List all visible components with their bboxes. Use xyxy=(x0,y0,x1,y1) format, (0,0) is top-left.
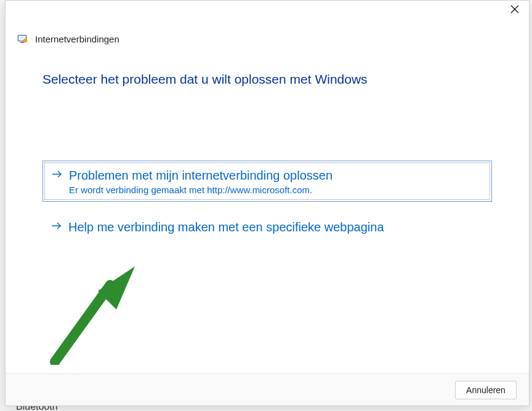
arrow-right-icon xyxy=(52,170,63,181)
wizard-header: Internetverbindingen xyxy=(6,30,529,47)
titlebar xyxy=(6,1,529,30)
option-title: Problemen met mijn internetverbinding op… xyxy=(69,167,332,183)
arrow-right-icon xyxy=(51,221,62,233)
svg-line-5 xyxy=(55,285,110,362)
option-title: Help me verbinding maken met een specifi… xyxy=(68,219,384,235)
option-subtitle: Er wordt verbinding gemaakt met http://w… xyxy=(69,185,332,195)
close-icon xyxy=(510,5,519,16)
option-text: Help me verbinding maken met een specifi… xyxy=(68,219,384,235)
close-button[interactable] xyxy=(501,1,529,20)
option-troubleshoot-internet[interactable]: Problemen met mijn internetverbinding op… xyxy=(42,161,492,202)
option-specific-webpage[interactable]: Help me verbinding maken met een specifi… xyxy=(42,213,492,241)
svg-marker-6 xyxy=(98,266,135,309)
cancel-button[interactable]: Annuleren xyxy=(455,381,517,399)
wizard-title: Internetverbindingen xyxy=(35,34,119,44)
page-heading: Selecteer het probleem dat u wilt oploss… xyxy=(42,72,492,87)
option-text: Problemen met mijn internetverbinding op… xyxy=(69,167,332,195)
svg-point-3 xyxy=(23,39,27,42)
annotation-arrow-icon xyxy=(49,260,147,367)
troubleshooter-icon xyxy=(17,33,29,45)
troubleshooter-dialog: Internetverbindingen Selecteer het probl… xyxy=(5,0,530,406)
dialog-content: Selecteer het probleem dat u wilt oploss… xyxy=(6,47,529,373)
dialog-footer: Annuleren xyxy=(6,373,529,405)
svg-rect-2 xyxy=(20,42,24,43)
